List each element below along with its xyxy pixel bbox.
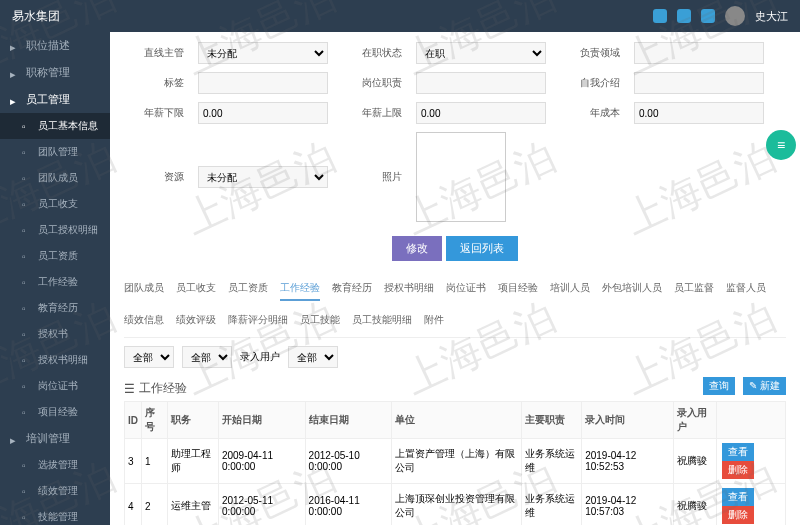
label-self-intro: 自我介绍 xyxy=(560,76,620,90)
delete-button[interactable]: 删除 xyxy=(722,506,754,524)
tab[interactable]: 绩效信息 xyxy=(124,313,164,331)
photo-box[interactable] xyxy=(416,132,506,222)
list-icon: ☰ xyxy=(124,382,135,396)
tags-input[interactable] xyxy=(198,72,328,94)
tab[interactable]: 员工资质 xyxy=(228,281,268,301)
column-header: 开始日期 xyxy=(218,402,305,439)
import-user-select[interactable]: 全部 xyxy=(288,346,338,368)
salary-min-input[interactable] xyxy=(198,102,328,124)
menu-icon: ▸ xyxy=(10,434,20,444)
sidebar-item[interactable]: ▫员工授权明细 xyxy=(0,217,110,243)
sidebar-item[interactable]: ▫员工基本信息 xyxy=(0,113,110,139)
header-icon-2[interactable] xyxy=(677,9,691,23)
fab-menu-button[interactable]: ≡ xyxy=(766,130,796,160)
sidebar-item[interactable]: ▫教育经历 xyxy=(0,295,110,321)
label-salary-max: 年薪上限 xyxy=(342,106,402,120)
label-on-job: 在职状态 xyxy=(342,46,402,60)
resource-select[interactable]: 未分配 xyxy=(198,166,328,188)
detail-tabs: 团队成员员工收支员工资质工作经验教育经历授权书明细岗位证书项目经验培训人员外包培… xyxy=(124,275,786,338)
tab[interactable]: 降薪评分明细 xyxy=(228,313,288,331)
menu-icon: ▫ xyxy=(22,121,32,131)
menu-icon: ▫ xyxy=(22,512,32,522)
year-cost-input[interactable] xyxy=(634,102,764,124)
view-button[interactable]: 查看 xyxy=(722,488,754,506)
field-input[interactable] xyxy=(634,42,764,64)
menu-icon: ▫ xyxy=(22,251,32,261)
create-button[interactable]: ✎ 新建 xyxy=(743,377,786,395)
table-row: 31助理工程师2009-04-11 0:00:002012-05-10 0:00… xyxy=(125,439,786,484)
label-direct-mgr: 直线主管 xyxy=(124,46,184,60)
filter-select-2[interactable]: 全部 xyxy=(182,346,232,368)
sidebar-item[interactable]: ▸培训管理 xyxy=(0,425,110,452)
tab[interactable]: 绩效评级 xyxy=(176,313,216,331)
brand-title: 易水集团 xyxy=(12,8,60,25)
menu-icon: ▫ xyxy=(22,225,32,235)
column-header: ID xyxy=(125,402,142,439)
sidebar-item[interactable]: ▫选拔管理 xyxy=(0,452,110,478)
direct-mgr-select[interactable]: 未分配 xyxy=(198,42,328,64)
self-intro-input[interactable] xyxy=(634,72,764,94)
menu-icon: ▸ xyxy=(10,95,20,105)
tab[interactable]: 工作经验 xyxy=(280,281,320,301)
sidebar-item[interactable]: ▫授权书 xyxy=(0,321,110,347)
sidebar-item[interactable]: ▫技能管理 xyxy=(0,504,110,525)
username[interactable]: 史大江 xyxy=(755,9,788,24)
main-content: 直线主管 未分配 在职状态 在职 负责领域 标签 岗位职责 自我介绍 年薪下限 … xyxy=(110,32,800,525)
sidebar-item[interactable]: ▫团队成员 xyxy=(0,165,110,191)
tab[interactable]: 项目经验 xyxy=(498,281,538,301)
menu-icon: ▫ xyxy=(22,407,32,417)
avatar[interactable] xyxy=(725,6,745,26)
menu-icon: ▫ xyxy=(22,173,32,183)
tab[interactable]: 岗位证书 xyxy=(446,281,486,301)
filter-select-1[interactable]: 全部 xyxy=(124,346,174,368)
label-resource: 资源 xyxy=(124,170,184,184)
column-header: 录入时间 xyxy=(582,402,674,439)
tab[interactable]: 外包培训人员 xyxy=(602,281,662,301)
sidebar-item[interactable]: ▫岗位证书 xyxy=(0,373,110,399)
menu-icon: ▫ xyxy=(22,381,32,391)
sidebar-item[interactable]: ▫团队管理 xyxy=(0,139,110,165)
header-icon-1[interactable] xyxy=(653,9,667,23)
sidebar-item[interactable]: ▫工作经验 xyxy=(0,269,110,295)
sidebar-item[interactable]: ▫项目经验 xyxy=(0,399,110,425)
view-button[interactable]: 查看 xyxy=(722,443,754,461)
sidebar: ▸职位描述▸职称管理▸员工管理▫员工基本信息▫团队管理▫团队成员▫员工收支▫员工… xyxy=(0,32,110,525)
tab[interactable]: 员工技能 xyxy=(300,313,340,331)
label-tags: 标签 xyxy=(124,76,184,90)
import-user-label: 录入用户 xyxy=(240,350,280,364)
header-icon-3[interactable] xyxy=(701,9,715,23)
sidebar-item[interactable]: ▸职位描述 xyxy=(0,32,110,59)
back-list-button[interactable]: 返回列表 xyxy=(446,236,518,261)
menu-icon: ▫ xyxy=(22,277,32,287)
menu-icon: ▸ xyxy=(10,68,20,78)
delete-button[interactable]: 删除 xyxy=(722,461,754,479)
modify-button[interactable]: 修改 xyxy=(392,236,442,261)
sidebar-item[interactable]: ▫授权书明细 xyxy=(0,347,110,373)
sidebar-item[interactable]: ▫员工收支 xyxy=(0,191,110,217)
tab[interactable]: 员工监督 xyxy=(674,281,714,301)
sidebar-item[interactable]: ▸职称管理 xyxy=(0,59,110,86)
query-button[interactable]: 查询 xyxy=(703,377,735,395)
on-job-select[interactable]: 在职 xyxy=(416,42,546,64)
work-exp-table: ID序号职务开始日期结束日期单位主要职责录入时间录入用户 31助理工程师2009… xyxy=(124,401,786,525)
label-duty: 岗位职责 xyxy=(342,76,402,90)
menu-icon: ▫ xyxy=(22,147,32,157)
sidebar-item[interactable]: ▸员工管理 xyxy=(0,86,110,113)
tab[interactable]: 教育经历 xyxy=(332,281,372,301)
tab[interactable]: 员工收支 xyxy=(176,281,216,301)
tab[interactable]: 附件 xyxy=(424,313,444,331)
column-header: 序号 xyxy=(142,402,168,439)
tab[interactable]: 监督人员 xyxy=(726,281,766,301)
sidebar-item[interactable]: ▫绩效管理 xyxy=(0,478,110,504)
salary-max-input[interactable] xyxy=(416,102,546,124)
duty-input[interactable] xyxy=(416,72,546,94)
app-header: 易水集团 史大江 xyxy=(0,0,800,32)
menu-icon: ▫ xyxy=(22,486,32,496)
tab[interactable]: 团队成员 xyxy=(124,281,164,301)
tab[interactable]: 员工技能明细 xyxy=(352,313,412,331)
sidebar-item[interactable]: ▫员工资质 xyxy=(0,243,110,269)
column-header: 职务 xyxy=(167,402,218,439)
label-field: 负责领域 xyxy=(560,46,620,60)
tab[interactable]: 授权书明细 xyxy=(384,281,434,301)
tab[interactable]: 培训人员 xyxy=(550,281,590,301)
